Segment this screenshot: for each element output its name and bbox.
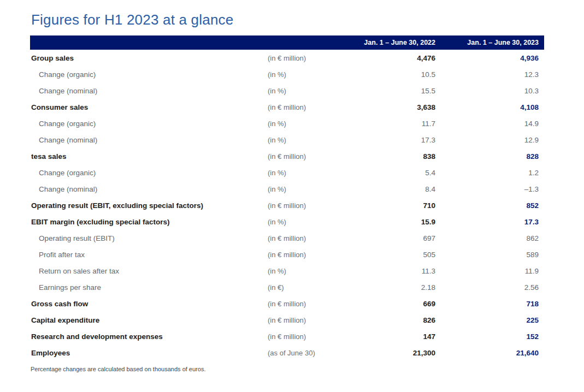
row-label: Change (organic) bbox=[30, 169, 268, 177]
table-footnote: Percentage changes are calculated based … bbox=[31, 366, 584, 372]
value-2023: 852 bbox=[435, 201, 539, 210]
row-unit: (in %) bbox=[268, 87, 333, 95]
table-header-row: Jan. 1 – June 30, 2022 Jan. 1 – June 30,… bbox=[30, 35, 544, 50]
value-2022: 11.7 bbox=[333, 120, 435, 128]
row-unit: (in %) bbox=[268, 218, 333, 226]
row-unit: (in %) bbox=[268, 70, 333, 79]
value-2022: 838 bbox=[333, 152, 435, 161]
value-2023: 718 bbox=[435, 300, 539, 308]
row-label: Research and development expenses bbox=[30, 332, 268, 341]
value-2023: 4,108 bbox=[435, 103, 539, 111]
row-label: Change (organic) bbox=[30, 70, 268, 79]
value-2023: 12.3 bbox=[435, 70, 539, 79]
row-unit: (in %) bbox=[268, 136, 333, 144]
row-unit: (in € million) bbox=[268, 251, 333, 259]
row-unit: (in € million) bbox=[268, 300, 333, 308]
row-unit: (in € million) bbox=[268, 316, 333, 324]
value-2023: 225 bbox=[435, 316, 539, 324]
row-label: Operating result (EBIT) bbox=[30, 234, 268, 242]
value-2022: 669 bbox=[333, 300, 435, 308]
row-label: Group sales bbox=[30, 54, 268, 62]
table-row: Research and development expenses(in € m… bbox=[30, 328, 544, 345]
report-page: Figures for H1 2023 at a glance Jan. 1 –… bbox=[0, 0, 584, 392]
row-unit: (in € million) bbox=[268, 234, 333, 242]
table-row: Capital expenditure(in € million)826225 bbox=[30, 312, 544, 328]
row-unit: (as of June 30) bbox=[268, 349, 333, 357]
value-2022: 505 bbox=[333, 251, 435, 259]
row-unit: (in %) bbox=[268, 169, 333, 177]
row-unit: (in € million) bbox=[268, 103, 333, 111]
table-row: tesa sales(in € million)838828 bbox=[30, 148, 544, 164]
value-2022: 2.18 bbox=[333, 283, 435, 292]
value-2022: 710 bbox=[333, 201, 435, 210]
value-2023: 12.9 bbox=[435, 136, 539, 144]
row-unit: (in €) bbox=[268, 283, 333, 292]
value-2023: 1.2 bbox=[435, 169, 539, 177]
value-2023: 862 bbox=[435, 234, 539, 242]
row-unit: (in € million) bbox=[268, 332, 333, 341]
value-2023: 14.9 bbox=[435, 120, 539, 128]
row-unit: (in %) bbox=[268, 267, 333, 275]
row-label: EBIT margin (excluding special factors) bbox=[30, 218, 268, 226]
row-label: Change (nominal) bbox=[30, 87, 268, 95]
table-row: Operating result (EBIT)(in € million)697… bbox=[30, 230, 544, 246]
value-2022: 15.5 bbox=[333, 87, 435, 95]
value-2023: –1.3 bbox=[435, 185, 539, 193]
value-2023: 589 bbox=[435, 251, 539, 259]
row-unit: (in € million) bbox=[268, 201, 333, 210]
value-2023: 2.56 bbox=[435, 283, 539, 292]
table-row: Operating result (EBIT, excluding specia… bbox=[30, 197, 544, 213]
table-body: Group sales(in € million)4,4764,936Chang… bbox=[30, 50, 544, 361]
row-label: Operating result (EBIT, excluding specia… bbox=[30, 201, 268, 210]
value-2022: 15.9 bbox=[333, 218, 435, 226]
table-row: Change (nominal)(in %)8.4–1.3 bbox=[30, 181, 544, 197]
row-label: Employees bbox=[30, 349, 268, 357]
value-2023: 152 bbox=[435, 332, 539, 341]
page-title: Figures for H1 2023 at a glance bbox=[0, 0, 584, 28]
table-row: Group sales(in € million)4,4764,936 bbox=[30, 50, 544, 66]
table-row: Employees(as of June 30)21,30021,640 bbox=[30, 345, 544, 361]
row-label: Gross cash flow bbox=[30, 300, 268, 308]
row-unit: (in %) bbox=[268, 120, 333, 128]
value-2022: 826 bbox=[333, 316, 435, 324]
value-2022: 21,300 bbox=[333, 349, 435, 357]
table-row: Gross cash flow(in € million)669718 bbox=[30, 295, 544, 312]
value-2022: 4,476 bbox=[333, 54, 435, 62]
value-2023: 21,640 bbox=[435, 349, 539, 357]
value-2022: 10.5 bbox=[333, 70, 435, 79]
row-unit: (in € million) bbox=[268, 54, 333, 62]
table-row: Change (organic)(in %)11.714.9 bbox=[30, 115, 544, 132]
row-label: Return on sales after tax bbox=[30, 267, 268, 275]
table-row: Earnings per share(in €)2.182.56 bbox=[30, 279, 544, 295]
value-2023: 4,936 bbox=[435, 54, 539, 62]
table-row: Consumer sales(in € million)3,6384,108 bbox=[30, 99, 544, 115]
row-label: Capital expenditure bbox=[30, 316, 268, 324]
table-row: Profit after tax(in € million)505589 bbox=[30, 246, 544, 263]
row-label: tesa sales bbox=[30, 152, 268, 161]
value-2022: 147 bbox=[333, 332, 435, 341]
key-figures-table: Jan. 1 – June 30, 2022 Jan. 1 – June 30,… bbox=[30, 35, 544, 361]
value-2023: 17.3 bbox=[435, 218, 539, 226]
table-row: Change (organic)(in %)5.41.2 bbox=[30, 164, 544, 181]
value-2022: 5.4 bbox=[333, 169, 435, 177]
row-label: Profit after tax bbox=[30, 251, 268, 259]
row-unit: (in %) bbox=[268, 185, 333, 193]
value-2022: 11.3 bbox=[333, 267, 435, 275]
table-row: Change (nominal)(in %)15.510.3 bbox=[30, 82, 544, 99]
value-2023: 828 bbox=[435, 152, 539, 161]
value-2022: 3,638 bbox=[333, 103, 435, 111]
row-label: Earnings per share bbox=[30, 283, 268, 292]
value-2023: 11.9 bbox=[435, 267, 539, 275]
row-label: Consumer sales bbox=[30, 103, 268, 111]
table-row: Change (organic)(in %)10.512.3 bbox=[30, 66, 544, 82]
value-2023: 10.3 bbox=[435, 87, 539, 95]
row-label: Change (organic) bbox=[30, 120, 268, 128]
column-header-period-2023: Jan. 1 – June 30, 2023 bbox=[435, 39, 539, 46]
row-unit: (in € million) bbox=[268, 152, 333, 161]
table-row: EBIT margin (excluding special factors)(… bbox=[30, 213, 544, 230]
value-2022: 697 bbox=[333, 234, 435, 242]
value-2022: 17.3 bbox=[333, 136, 435, 144]
column-header-period-2022: Jan. 1 – June 30, 2022 bbox=[333, 39, 435, 46]
row-label: Change (nominal) bbox=[30, 136, 268, 144]
table-row: Return on sales after tax(in %)11.311.9 bbox=[30, 263, 544, 279]
